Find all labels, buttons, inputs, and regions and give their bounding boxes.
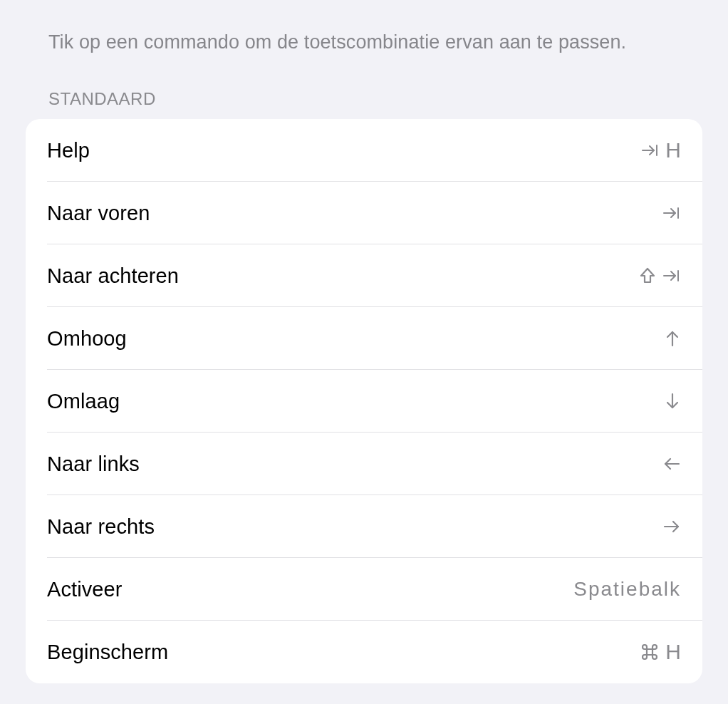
letter-glyph: H <box>665 138 681 162</box>
tab-icon <box>662 269 681 283</box>
command-row-naar-rechts[interactable]: Naar rechts <box>26 495 702 558</box>
command-row-beginscherm[interactable]: Beginscherm H <box>26 621 702 683</box>
tab-icon <box>641 143 660 157</box>
command-row-naar-links[interactable]: Naar links <box>26 433 702 495</box>
shortcut-display: H <box>640 640 681 664</box>
shortcut-display <box>662 518 681 535</box>
command-row-activeer[interactable]: Activeer Spatiebalk <box>26 558 702 621</box>
section-header-standaard: Standaard <box>48 89 702 109</box>
arrow-up-icon <box>664 329 681 348</box>
command-label: Beginscherm <box>47 641 168 664</box>
command-label: Naar links <box>47 452 140 476</box>
intro-text: Tik op een commando om de toetscombinati… <box>48 30 685 55</box>
shortcut-display <box>664 329 681 348</box>
shortcut-display <box>638 266 681 285</box>
arrow-left-icon <box>662 455 681 472</box>
command-label: Help <box>47 139 90 162</box>
shortcut-display <box>662 206 681 220</box>
command-label: Naar achteren <box>47 264 179 288</box>
command-label: Naar voren <box>47 202 150 225</box>
shift-icon <box>638 266 657 285</box>
arrow-right-icon <box>662 518 681 535</box>
shortcut-display: Spatiebalk <box>573 578 681 601</box>
tab-icon <box>662 206 681 220</box>
arrow-down-icon <box>664 392 681 410</box>
shortcuts-list: Help H Naar voren Naar achteren <box>26 119 702 683</box>
command-row-naar-voren[interactable]: Naar voren <box>26 182 702 244</box>
command-row-omhoog[interactable]: Omhoog <box>26 307 702 370</box>
command-row-help[interactable]: Help H <box>26 119 702 182</box>
command-row-omlaag[interactable]: Omlaag <box>26 370 702 433</box>
command-label: Omhoog <box>47 327 127 351</box>
shortcut-display <box>664 392 681 410</box>
command-label: Omlaag <box>47 390 120 413</box>
shortcut-display: H <box>641 138 681 162</box>
command-label: Activeer <box>47 578 123 601</box>
command-row-naar-achteren[interactable]: Naar achteren <box>26 244 702 307</box>
shortcut-display <box>662 455 681 472</box>
command-label: Naar rechts <box>47 515 155 539</box>
command-icon <box>640 642 660 662</box>
letter-glyph: H <box>665 640 681 664</box>
shortcut-text: Spatiebalk <box>573 578 681 601</box>
